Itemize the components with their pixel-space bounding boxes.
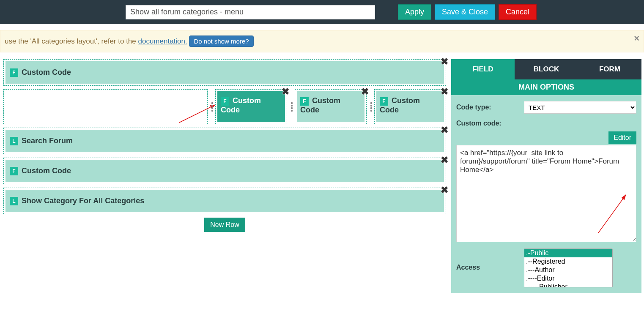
close-icon[interactable]: ✖ bbox=[282, 87, 289, 96]
close-icon[interactable]: ✖ bbox=[361, 87, 369, 96]
close-icon[interactable]: ✖ bbox=[441, 186, 448, 195]
block-label: Custom Code bbox=[22, 166, 71, 175]
row-block[interactable]: ✖ F Custom Code bbox=[3, 158, 446, 184]
editor-button[interactable]: Editor bbox=[608, 131, 636, 144]
field-badge: F bbox=[10, 167, 18, 175]
custom-code-textarea[interactable] bbox=[456, 145, 636, 242]
tab-form[interactable]: FORM bbox=[578, 59, 641, 79]
tab-field[interactable]: FIELD bbox=[451, 59, 515, 79]
field-badge: F bbox=[300, 97, 309, 106]
do-not-show-button[interactable]: Do not show more? bbox=[189, 35, 253, 47]
field-cell[interactable]: ✖ FCustom Code bbox=[215, 89, 287, 124]
notice-text: use the 'All categories layout', refer t… bbox=[5, 37, 138, 45]
new-row-button[interactable]: New Row bbox=[204, 218, 245, 232]
row-block[interactable]: ✖ L Show Category For All Categories bbox=[3, 188, 446, 214]
code-type-label: Code type: bbox=[456, 104, 524, 111]
cancel-button[interactable]: Cancel bbox=[499, 4, 537, 20]
drag-handle-icon[interactable] bbox=[210, 102, 214, 112]
field-cell[interactable]: ✖ FCustom Code bbox=[295, 89, 367, 124]
list-badge: L bbox=[10, 197, 18, 205]
properties-panel: FIELD BLOCK FORM MAIN OPTIONS Code type:… bbox=[451, 59, 641, 293]
field-badge: F bbox=[10, 68, 18, 77]
apply-button[interactable]: Apply bbox=[398, 4, 431, 20]
tab-block[interactable]: BLOCK bbox=[515, 59, 578, 79]
field-cell[interactable]: ✖ FCustom Code bbox=[374, 89, 446, 124]
drag-handle-icon[interactable] bbox=[290, 102, 294, 112]
list-badge: L bbox=[10, 137, 18, 145]
close-icon[interactable]: ✖ bbox=[441, 156, 448, 165]
access-label: Access bbox=[456, 248, 524, 271]
close-icon[interactable]: ✖ bbox=[441, 126, 448, 135]
custom-code-label: Custom code: bbox=[456, 120, 636, 127]
info-notice: use the 'All categories layout', refer t… bbox=[0, 30, 644, 52]
panel-header: MAIN OPTIONS bbox=[451, 79, 641, 95]
drag-handle-icon[interactable] bbox=[369, 102, 373, 112]
block-label: Show Category For All Categories bbox=[22, 196, 144, 205]
row-block[interactable]: ✖ F Custom Code bbox=[3, 59, 446, 86]
close-icon[interactable]: ✖ bbox=[441, 87, 448, 96]
block-label: Custom Code bbox=[22, 68, 71, 77]
code-type-select[interactable]: TEXT bbox=[524, 101, 636, 114]
documentation-link[interactable]: documentation. bbox=[138, 37, 187, 45]
field-badge: F bbox=[221, 97, 229, 106]
close-icon[interactable]: ✖ bbox=[441, 57, 448, 66]
row-multi: ✖ FCustom Code ✖ FCustom Code bbox=[3, 89, 446, 124]
layout-builder: ✖ F Custom Code ✖ FCustom Code bbox=[3, 59, 447, 232]
save-close-button[interactable]: Save & Close bbox=[435, 4, 495, 20]
field-badge: F bbox=[380, 97, 388, 106]
row-block[interactable]: ✖ L Search Forum bbox=[3, 128, 446, 154]
page-title-input[interactable] bbox=[126, 5, 375, 19]
close-icon[interactable]: × bbox=[634, 33, 639, 44]
empty-cell[interactable] bbox=[3, 89, 208, 124]
access-select[interactable]: .-Public .--Registered .---Author .----E… bbox=[524, 248, 613, 287]
top-toolbar: Apply Save & Close Cancel bbox=[0, 0, 644, 24]
block-label: Search Forum bbox=[22, 136, 73, 145]
